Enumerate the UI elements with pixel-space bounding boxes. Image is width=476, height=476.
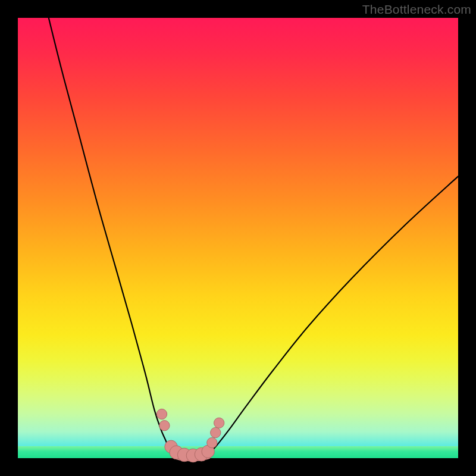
data-markers — [156, 409, 224, 462]
chart-svg — [18, 18, 458, 458]
curve-right-branch — [207, 176, 458, 455]
curve-left-branch — [49, 18, 177, 455]
data-marker — [156, 409, 167, 419]
data-marker — [207, 437, 217, 447]
watermark-text: TheBottleneck.com — [362, 2, 471, 17]
data-marker — [211, 427, 221, 437]
data-marker — [159, 421, 170, 431]
chart-frame: TheBottleneck.com — [0, 0, 476, 476]
data-marker — [214, 418, 224, 428]
